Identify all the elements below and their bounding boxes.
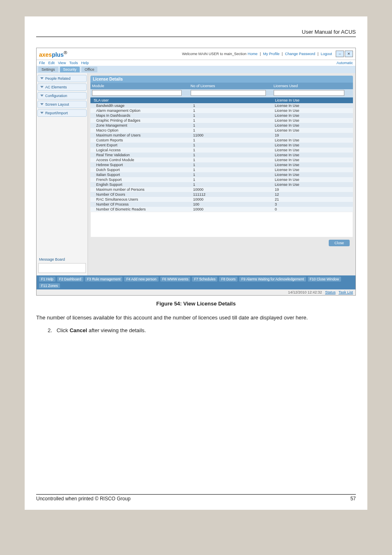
home-link[interactable]: Home [248,52,258,56]
profile-link[interactable]: My Profile [263,52,279,56]
table-row[interactable]: Hebrew Support1License In Use [90,162,353,167]
f2[interactable]: F2 Dashboard [57,277,83,282]
cell-used: License In Use [275,148,351,152]
menubar: File Edit View Tools Help Automatic [37,60,355,66]
table-row[interactable]: Maximum number of Persons1000019 [90,187,353,192]
table-row[interactable]: Maximum number of Users1100019 [90,133,353,138]
filter-used[interactable] [274,90,344,96]
cell-module: Access Control Module [96,158,193,162]
cell-used: 19 [275,187,351,192]
cell-licenses: 1 [193,173,275,177]
cell-licenses: 1 [193,183,275,187]
sidebar-item-report[interactable]: Report/Import [37,109,87,117]
cell-used: License In Use [275,138,351,142]
cell-used: License In Use [275,173,351,177]
cell-module: Bandwidth usage [96,104,193,108]
minimize-icon[interactable]: – [336,51,344,57]
cell-module: Real Time Validation [96,153,193,157]
f10[interactable]: F10 Close Window [308,277,341,282]
table-row[interactable]: Number Of Process1003 [90,202,353,207]
body-text: The number of licenses available for thi… [36,314,356,321]
fkey-bar: F1 Help F2 Dashboard F3 Rule management … [37,275,355,289]
cell-module: Alarm management Option [96,109,193,113]
menu-view[interactable]: View [58,61,66,65]
table-row[interactable]: Bandwidth usage1License In Use [90,103,353,108]
cell-module: Event Export [96,143,193,147]
cell-module: Graphic Printing of Badges [96,118,193,123]
cell-used: License In Use [275,143,351,147]
statusbar: 14/12/2010 12:42:32 Status Task List [37,289,355,295]
f3[interactable]: F3 Rule management [85,277,123,282]
cell-module: Dutch Support [96,168,193,172]
table-row[interactable]: Number Of Doors11111212 [90,192,353,197]
f9[interactable]: F9 Alarms Waiting for Acknowledgement [239,277,306,282]
message-board-box[interactable] [38,263,86,273]
cell-module: Number Of Process [96,202,193,206]
sidebar-item-people[interactable]: People Related [37,75,87,82]
table-row[interactable]: Italian Support1License In Use [90,172,353,177]
menu-edit[interactable]: Edit [48,61,55,65]
doc-title: User Manual for ACUS [302,29,356,35]
filter-module[interactable] [92,90,182,96]
menu-help[interactable]: Help [81,61,89,65]
cell-used: 12 [275,192,351,197]
f4[interactable]: F4 Add new person [124,277,158,282]
table-row[interactable]: Logical Access1License In Use [90,148,353,153]
sidebar-item-screen[interactable]: Screen Layout [37,101,87,108]
table-row[interactable]: Graphic Printing of Badges1License In Us… [90,118,353,123]
page-footer: Uncontrolled when printed © RISCO Group … [36,494,356,502]
rows-container: Bandwidth usage1License In UseAlarm mana… [90,103,353,212]
cell-licenses: 1 [193,178,275,182]
sidebar-item-config[interactable]: Configuration [37,92,87,99]
header-links: Home | My Profile | Change Password | Lo… [247,52,333,56]
table-row[interactable]: Alarm management Option1License In Use [90,108,353,113]
cell-used: License In Use [275,104,351,108]
table-row[interactable]: English Support1License In Use [90,182,353,187]
table-row[interactable]: Number Of Biometric Readers100000 [90,207,353,212]
cell-module: Number Of Doors [96,192,193,197]
cell-used: License In Use [275,109,351,113]
table-row[interactable]: Access Control Module1License In Use [90,157,353,162]
cell-module: Number Of Biometric Readers [96,207,193,211]
f8[interactable]: F8 Doors [219,277,238,282]
cell-licenses: 1 [193,123,275,127]
table-row[interactable]: Macro Option1License In Use [90,128,353,133]
cell-licenses: 1 [193,118,275,123]
menu-file[interactable]: File [39,61,45,65]
tasklist-link[interactable]: Task List [339,290,353,294]
cell-licenses: 10000 [193,207,275,211]
changepw-link[interactable]: Change Password [285,52,316,56]
menu-tools[interactable]: Tools [69,61,78,65]
cell-used: 3 [275,202,351,206]
cell-module: English Support [96,183,193,187]
table-row[interactable]: Event Export1License In Use [90,143,353,148]
tab-office[interactable]: Office [81,67,97,72]
filter-licenses[interactable] [191,90,266,96]
sidebar-item-ac[interactable]: AC Elements [37,83,87,91]
status-link[interactable]: Status [325,290,336,294]
cell-module: French Support [96,178,193,182]
doc-header: User Manual for ACUS [36,29,356,37]
f6[interactable]: F6 WWW events [160,277,191,282]
col-module: Module [92,84,191,88]
close-icon[interactable]: ✕ [345,51,353,57]
table-row[interactable]: Zone Management1License In Use [90,123,353,128]
cell-licenses: 10000 [193,187,275,192]
cell-licenses: 1 [193,104,275,108]
f1[interactable]: F1 Help [39,277,55,282]
f7[interactable]: F7 Schedules [192,277,217,282]
table-row[interactable]: Real Time Validation1License In Use [90,153,353,157]
logout-link[interactable]: Logout [321,52,332,56]
table-row[interactable]: French Support1License In Use [90,177,353,182]
tab-settings[interactable]: Settings [38,67,58,72]
f11[interactable]: F11 Zones [39,283,60,288]
close-button[interactable]: Close [329,240,350,246]
cell-licenses: 100 [193,202,275,206]
cell-licenses: 1 [193,143,275,147]
table-row[interactable]: Maps In Dashboards1License In Use [90,113,353,118]
table-row[interactable]: Dutch Support1License In Use [90,167,353,172]
cell-used: License In Use [275,168,351,172]
table-row[interactable]: RAC Simultaneous Users1000021 [90,197,353,202]
tab-security[interactable]: Security [60,67,80,72]
table-row[interactable]: Custom Reports1License In Use [90,138,353,143]
